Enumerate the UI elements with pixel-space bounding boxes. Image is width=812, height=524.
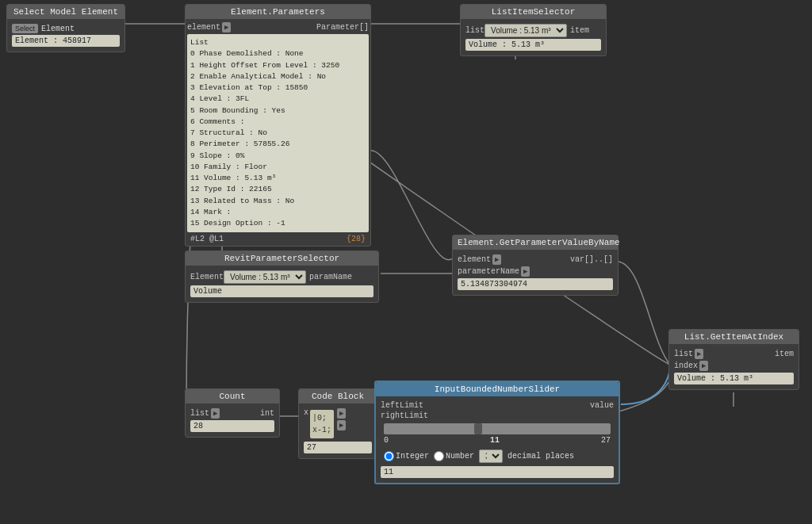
count-output: 28 [190, 420, 274, 432]
slider-integer-radio[interactable] [384, 451, 394, 461]
get-item-node: List.GetItemAtIndex list ▶ item index ▶ … [668, 329, 799, 390]
gpv-element-label: element [458, 255, 491, 264]
cb-code[interactable]: |0; x-1; [310, 410, 334, 438]
code-block-header: Code Block [299, 389, 377, 404]
gpv-output: 5.134873304974 [458, 278, 613, 290]
gpv-param-label: parameterName [458, 267, 519, 276]
footer-left: #L2 @L1 [190, 235, 224, 243]
list-footer: #L2 @L1 {28} [187, 234, 369, 244]
rps-dropdown[interactable]: Volume : 5.13 m³ [224, 270, 306, 284]
select-button[interactable]: Select [12, 24, 38, 33]
get-item-header: List.GetItemAtIndex [669, 330, 799, 344]
slider-output: 11 [381, 466, 614, 478]
slider-node: InputBoundedNumberSlider leftLimit value… [374, 381, 620, 484]
slider-current: 11 [490, 436, 500, 445]
slider-track[interactable] [384, 423, 611, 434]
cb-out1: ▶ [337, 408, 346, 419]
slider-max: 27 [601, 436, 611, 445]
lis-item-label: item [570, 26, 589, 35]
slider-number-radio[interactable] [434, 451, 444, 461]
slider-integer-label: Integer [396, 452, 429, 461]
gia-list-label: list [674, 350, 693, 358]
count-node: Count list ▶ int 28 [185, 388, 280, 438]
get-param-header: Element.GetParameterValueByName [453, 235, 618, 250]
gia-list-arrow: ▶ [695, 349, 703, 359]
slider-radio-group: Integer Number 3 decimal places [381, 448, 614, 465]
slider-value-label: value [590, 401, 614, 410]
slider-number-label: Number [446, 452, 474, 461]
list-item-selector-node: ListItemSelector list Volume : 5.13 m³ i… [460, 4, 607, 56]
count-output-label: int [260, 409, 274, 418]
slider-right-label: rightLimit [381, 411, 428, 420]
rps-output: Volume [190, 285, 373, 297]
cb-output: 27 [304, 442, 372, 453]
gia-index-arrow: ▶ [699, 361, 708, 371]
count-arrow: ▶ [211, 408, 220, 419]
footer-right: {28} [347, 235, 366, 243]
slider-decimal-select[interactable]: 3 [479, 449, 503, 463]
gia-index-label: index [674, 361, 698, 370]
code-block-node: Code Block x |0; x-1; ▶ ▶ 27 [298, 388, 377, 459]
slider-decimal-label: decimal places [508, 452, 574, 461]
list-item-selector-header: ListItemSelector [461, 5, 606, 19]
slider-left-label: leftLimit [381, 401, 423, 410]
count-list-label: list [190, 409, 209, 418]
element-label: Element [41, 25, 75, 33]
cb-x-label: x [304, 408, 308, 417]
list-content: List 0 Phase Demolished : None 1 Height … [187, 34, 369, 232]
param-output-label: Parameter[] [316, 23, 369, 32]
element-params-node: Element.Parameters element ▶ Parameter[]… [185, 4, 371, 247]
cb-out2: ▶ [337, 420, 346, 430]
get-param-node: Element.GetParameterValueByName element … [452, 235, 619, 296]
lis-output: Volume : 5.13 m³ [465, 39, 601, 51]
slider-header: InputBoundedNumberSlider [376, 382, 619, 396]
slider-min: 0 [384, 436, 389, 445]
gpv-element-arrow: ▶ [492, 254, 501, 265]
element-value: Element : 458917 [12, 35, 120, 47]
gia-item-label: item [775, 350, 794, 358]
revit-param-header: RevitParameterSelector [186, 251, 378, 266]
element-input-arrow: ▶ [222, 22, 231, 33]
rps-element-label: Element [190, 273, 224, 281]
select-model-node: Select Model Element Select Element Elem… [6, 4, 125, 52]
lis-dropdown[interactable]: Volume : 5.13 m³ [485, 24, 567, 37]
gia-output: Volume : 5.13 m³ [674, 373, 794, 384]
rps-param-label: paramName [309, 273, 352, 281]
element-params-header: Element.Parameters [186, 5, 370, 19]
lis-list-label: list [465, 26, 485, 35]
element-input-label: element [187, 23, 220, 32]
gpv-output-label: var[]..[] [570, 255, 613, 264]
count-header: Count [186, 389, 279, 404]
gpv-param-arrow: ▶ [521, 266, 530, 277]
select-model-header: Select Model Element [7, 5, 124, 19]
revit-param-selector-node: RevitParameterSelector Element Volume : … [185, 251, 379, 303]
slider-thumb[interactable] [474, 423, 482, 434]
